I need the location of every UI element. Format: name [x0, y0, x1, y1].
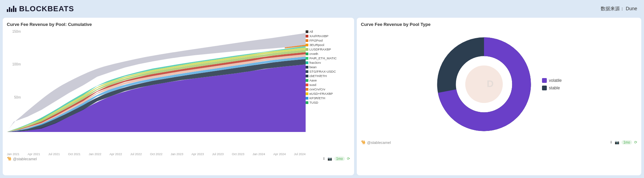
data-source-label: 数据来源：	[601, 6, 625, 11]
left-footer-username: @stablecamel	[13, 157, 37, 161]
legend-color-tusd	[306, 101, 308, 104]
camera-icon-left[interactable]: 📷	[327, 157, 332, 161]
legend-label-crveth: crveth	[309, 52, 318, 56]
volatile-color	[542, 78, 547, 83]
legend-item-tusd: TUSD	[306, 101, 350, 104]
x-label-jan21: Jan 2021	[7, 152, 19, 156]
legend-label-cbeth: cbETH/ETH	[309, 74, 327, 78]
time-tag-right[interactable]: 1mo	[621, 140, 632, 145]
time-tag-left[interactable]: 1mo	[334, 157, 345, 161]
logo-text: BLOCKBEATS	[19, 4, 74, 13]
legend-item-fpi2: FPI2Pool	[306, 39, 350, 42]
donut-legend-stable: stable	[542, 86, 561, 90]
volatile-label: volatile	[549, 78, 561, 83]
stable-label: stable	[549, 86, 560, 90]
legend-color-cbeth	[306, 75, 308, 77]
legend-item-all: All	[306, 30, 350, 33]
legend-item-susd: susd	[306, 83, 350, 87]
data-source: 数据来源： Dune	[601, 6, 637, 12]
legend-item-frax3crv: frax3crv	[306, 61, 350, 64]
legend-item-eusd: eUSD+FRAXBP	[306, 92, 350, 95]
legend-label-pair: PAIR_ETH_MATIC	[309, 56, 337, 60]
left-chart-legend: All XAI/FRAXBP FPI2Pool 3EURpool	[306, 30, 350, 105]
camel-icon-right: 🐪	[361, 140, 366, 145]
logo-bar-1	[7, 9, 8, 12]
logo-bar-5	[15, 8, 16, 12]
x-label-apr23: Apr 2023	[191, 152, 204, 156]
charts-container: Curve Fee Revenue by Pool: Cumulative 15…	[0, 18, 644, 178]
legend-item-crveth: crveth	[306, 52, 350, 56]
right-chart-title: Curve Fee Revenue by Pool Type	[361, 22, 637, 27]
donut-container: D volatile stable	[361, 30, 637, 139]
legend-color-kp3r	[306, 97, 308, 100]
x-axis: Jan 2021 Apr 2021 Jul 2021 Oct 2021 Jan …	[7, 152, 306, 156]
legend-label-susd: susd	[309, 83, 316, 87]
data-source-value: Dune	[626, 6, 637, 11]
refresh-icon-right[interactable]: ⟳	[634, 140, 637, 145]
logo-bar-3	[11, 9, 12, 12]
svg-point-3	[465, 65, 503, 103]
legend-label-tusd: TUSD	[309, 101, 318, 104]
legend-item-cbeth: cbETH/ETH	[306, 74, 350, 78]
legend-item-stg: STG/FRAX-USDC	[306, 70, 350, 73]
svg-text:D: D	[487, 78, 494, 89]
legend-item-xai: XAI/FRAXBP	[306, 34, 350, 38]
x-label-jul23: Jul 2023	[212, 152, 224, 156]
legend-color-all	[306, 30, 308, 33]
x-label-apr21: Apr 2021	[28, 152, 40, 156]
logo-bar-4	[13, 6, 14, 12]
legend-item-pair: PAIR_ETH_MATIC	[306, 56, 350, 60]
header: BLOCKBEATS 数据来源： Dune	[0, 0, 644, 18]
download-icon-right[interactable]: ⬇	[610, 140, 613, 145]
legend-label-all: All	[309, 30, 313, 33]
right-footer-actions: ⬇ 📷 1mo ⟳	[610, 140, 637, 145]
camera-icon-right[interactable]: 📷	[615, 140, 619, 145]
legend-color-frax3crv	[306, 61, 308, 64]
legend-item-kp3r: KP3R/ETH	[306, 96, 350, 100]
legend-label-fpi2: FPI2Pool	[309, 39, 323, 42]
legend-label-eusd: eUSD+FRAXBP	[309, 92, 333, 95]
x-label-oct23: Oct 2023	[232, 152, 245, 156]
legend-item-3eur: 3EURpool	[306, 43, 350, 47]
legend-label-lusd: LUSDFRAXBP	[309, 47, 331, 51]
refresh-icon-left[interactable]: ⟳	[347, 157, 350, 161]
left-chart-panel: Curve Fee Revenue by Pool: Cumulative 15…	[3, 18, 354, 175]
legend-label-3eur: 3EURpool	[309, 43, 324, 47]
legend-item-bean: bean	[306, 65, 350, 69]
right-footer-user: 🐪 @stablecamel	[361, 140, 391, 145]
donut-legend-volatile: volatile	[542, 78, 561, 83]
donut-legend: volatile stable	[542, 78, 561, 90]
x-label-jan22: Jan 2022	[89, 152, 101, 156]
stacked-area-chart	[7, 30, 306, 132]
download-icon-left[interactable]: ⬇	[322, 157, 325, 161]
x-label-jan23: Jan 2023	[171, 152, 183, 156]
x-label-jan24: Jan 2024	[252, 152, 265, 156]
x-label-oct22: Oct 2022	[150, 152, 163, 156]
left-chart-footer: 🐪 @stablecamel ⬇ 📷 1mo ⟳	[7, 157, 350, 161]
stable-color	[542, 86, 547, 90]
logo-icon	[7, 6, 16, 12]
legend-color-xai	[306, 35, 308, 38]
x-label-jul22: Jul 2022	[130, 152, 142, 156]
legend-label-kp3r: KP3R/ETH	[309, 96, 325, 100]
legend-label-xai: XAI/FRAXBP	[309, 34, 328, 38]
legend-item-aave: Aave	[306, 78, 350, 82]
camel-icon-left: 🐪	[7, 157, 12, 161]
right-footer-username: @stablecamel	[367, 140, 391, 145]
legend-label-bean: bean	[309, 65, 317, 69]
legend-label-aave: Aave	[309, 78, 317, 82]
donut-chart: D	[436, 36, 532, 132]
legend-color-susd	[306, 84, 308, 86]
right-chart-footer: 🐪 @stablecamel ⬇ 📷 1mo ⟳	[361, 140, 637, 145]
legend-color-cvxcrv	[306, 88, 308, 91]
legend-color-stg	[306, 70, 308, 73]
left-footer-user: 🐪 @stablecamel	[7, 157, 37, 161]
legend-label-cvxcrv: cvxCrv/Crv	[309, 87, 325, 91]
left-chart-title: Curve Fee Revenue by Pool: Cumulative	[7, 22, 350, 27]
legend-color-crveth	[306, 53, 308, 55]
legend-color-eusd	[306, 92, 308, 95]
x-label-jul21: Jul 2021	[48, 152, 60, 156]
legend-color-lusd	[306, 48, 308, 51]
x-label-apr22: Apr 2022	[109, 152, 122, 156]
logo-bar-2	[9, 7, 10, 12]
